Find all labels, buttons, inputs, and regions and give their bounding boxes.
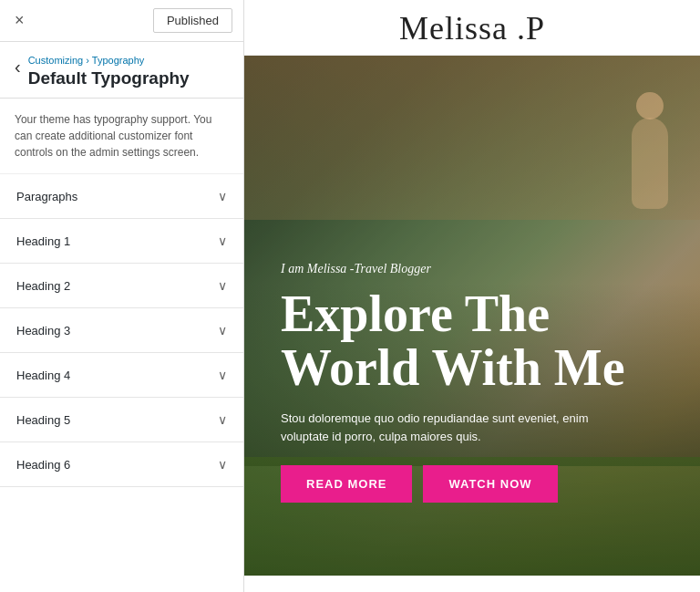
site-header: Melissa .P	[244, 0, 700, 56]
accordion-label-heading6: Heading 6	[16, 458, 70, 472]
accordion-label-heading5: Heading 5	[16, 413, 70, 427]
breadcrumb-separator: ›	[83, 55, 92, 66]
accordion-label-heading3: Heading 3	[16, 324, 70, 338]
accordion-label-heading2: Heading 2	[16, 279, 70, 293]
close-button[interactable]: ×	[11, 7, 28, 34]
hero-content: I am Melissa -Travel Blogger Explore The…	[281, 262, 682, 503]
header-text: Customizing › Typography Default Typogra…	[28, 55, 190, 88]
accordion-item-heading3[interactable]: Heading 3∨	[0, 308, 243, 353]
chevron-down-icon: ∨	[218, 278, 227, 293]
breadcrumb: Customizing › Typography	[28, 55, 190, 66]
hero-title-line1: Explore The	[281, 286, 550, 342]
accordion-item-heading5[interactable]: Heading 5∨	[0, 398, 243, 442]
chevron-down-icon: ∨	[218, 457, 227, 472]
accordion-list: Paragraphs∨Heading 1∨Heading 2∨Heading 3…	[0, 174, 243, 592]
hero-description: Stou doloremque quo odio repudiandae sun…	[281, 410, 627, 445]
accordion-header-heading4[interactable]: Heading 4∨	[0, 353, 243, 397]
hero-title: Explore The World With Me	[281, 287, 682, 395]
site-logo: Melissa .P	[244, 9, 700, 47]
accordion-label-heading4: Heading 4	[16, 369, 70, 382]
accordion-header-heading5[interactable]: Heading 5∨	[0, 398, 243, 441]
chevron-down-icon: ∨	[218, 234, 227, 248]
read-more-button[interactable]: READ MORE	[281, 465, 412, 503]
hero-section: I am Melissa -Travel Blogger Explore The…	[244, 56, 700, 576]
accordion-label-paragraphs: Paragraphs	[16, 190, 77, 203]
accordion-item-heading6[interactable]: Heading 6∨	[0, 442, 243, 487]
accordion-header-heading1[interactable]: Heading 1∨	[0, 219, 243, 263]
back-button[interactable]: ‹	[15, 57, 21, 78]
hero-title-line2: World With Me	[281, 339, 625, 396]
accordion-item-paragraphs[interactable]: Paragraphs∨	[0, 174, 243, 219]
top-bar: × Published	[0, 0, 243, 42]
chevron-down-icon: ∨	[218, 323, 227, 338]
right-panel: Melissa .P I am Melissa -Travel Blogger …	[244, 0, 700, 592]
accordion-item-heading1[interactable]: Heading 1∨	[0, 219, 243, 264]
published-button[interactable]: Published	[153, 8, 232, 33]
header-section: ‹ Customizing › Typography Default Typog…	[0, 42, 243, 99]
accordion-item-heading4[interactable]: Heading 4∨	[0, 353, 243, 398]
hero-buttons: READ MORE WATCH NOW	[281, 465, 682, 503]
hero-subtitle: I am Melissa -Travel Blogger	[281, 262, 682, 276]
accordion-label-heading1: Heading 1	[16, 234, 70, 248]
page-title: Default Typography	[28, 68, 190, 88]
chevron-down-icon: ∨	[218, 189, 227, 203]
accordion-item-heading2[interactable]: Heading 2∨	[0, 264, 243, 308]
accordion-header-heading6[interactable]: Heading 6∨	[0, 442, 243, 486]
chevron-down-icon: ∨	[218, 368, 227, 382]
hero-person-silhouette	[618, 92, 673, 238]
accordion-header-heading2[interactable]: Heading 2∨	[0, 264, 243, 307]
watch-now-button[interactable]: WATCH NOW	[423, 465, 557, 503]
left-panel: × Published ‹ Customizing › Typography D…	[0, 0, 244, 592]
accordion-header-heading3[interactable]: Heading 3∨	[0, 308, 243, 352]
breadcrumb-typography[interactable]: Typography	[92, 55, 144, 66]
chevron-down-icon: ∨	[218, 412, 227, 427]
description-text: Your theme has typography support. You c…	[0, 99, 243, 174]
accordion-header-paragraphs[interactable]: Paragraphs∨	[0, 174, 243, 218]
breadcrumb-customizing[interactable]: Customizing	[28, 55, 84, 66]
